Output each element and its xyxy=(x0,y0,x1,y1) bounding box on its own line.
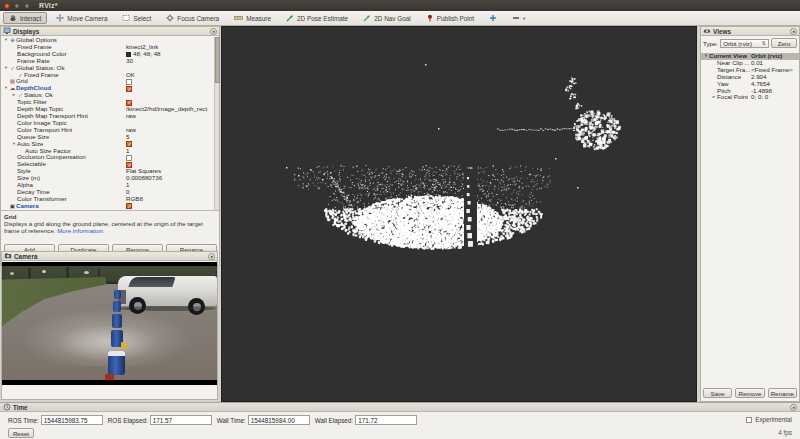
property-row[interactable]: ▾⊕Global Options xyxy=(1,37,214,44)
enabled-checkbox[interactable] xyxy=(126,155,132,161)
spinner-icon: ⇅ xyxy=(762,40,766,46)
property-row[interactable]: Occlusion Compensation xyxy=(1,154,214,161)
property-row[interactable]: Queue Size5 xyxy=(1,134,214,141)
value-text: 48; 48; 48 xyxy=(133,51,161,58)
property-row[interactable]: Fixed Framekinect2_link xyxy=(1,44,214,51)
experimental-checkbox[interactable] xyxy=(746,417,752,423)
scrollbar-thumb[interactable] xyxy=(215,37,220,83)
property-row[interactable]: Decay Time0 xyxy=(1,189,214,196)
tool-2d-pose-estimate[interactable]: 2D Pose Estimate xyxy=(280,12,354,24)
hand-icon xyxy=(9,14,17,22)
property-row[interactable]: Color TransformerRGB8 xyxy=(1,196,214,203)
displays-panel-header[interactable]: Displays ● xyxy=(1,27,219,36)
property-value: 0.000880736 xyxy=(126,175,162,182)
property-row[interactable]: StyleFlat Squares xyxy=(1,168,214,175)
remove-view-button[interactable]: Remove xyxy=(735,388,764,398)
property-row[interactable]: Target Fra...<Fixed Frame> xyxy=(701,67,799,74)
panel-float-button[interactable]: ● xyxy=(208,253,215,260)
pointcloud-canvas[interactable] xyxy=(222,27,696,401)
check-icon: ✓ xyxy=(9,65,16,72)
rename-view-button[interactable]: Rename xyxy=(768,388,797,398)
property-row[interactable]: ▦Grid xyxy=(1,78,214,85)
wall-time-label: Wall Time: xyxy=(217,417,246,424)
rviz-window: RViz* Interact Move Camera Select Focus … xyxy=(0,0,800,439)
property-row[interactable]: Size (m)0.000880736 xyxy=(1,175,214,182)
enabled-checkbox[interactable] xyxy=(126,203,132,209)
type-label: Type: xyxy=(703,40,718,47)
property-value[interactable] xyxy=(126,155,132,161)
reset-button[interactable]: Reset xyxy=(8,428,34,438)
property-row[interactable]: ✓Fixed FrameOK xyxy=(1,72,214,79)
value-text: raw xyxy=(126,113,136,120)
property-label: Size (m) xyxy=(17,175,40,182)
zero-button[interactable]: Zero xyxy=(771,38,797,48)
time-panel-header[interactable]: Time ● xyxy=(0,403,800,412)
property-value: 5 xyxy=(126,134,129,141)
wall-elapsed-input[interactable]: 171.72 xyxy=(355,415,417,425)
property-row[interactable]: ▾Auto Size xyxy=(1,141,214,148)
ros-elapsed-input[interactable]: 171.57 xyxy=(150,415,212,425)
views-panel: Views ● Type: Orbit (rviz) ⇅ Zero ▾Curre… xyxy=(700,26,800,402)
property-row[interactable]: Color Transport Hintraw xyxy=(1,127,214,134)
views-panel-header[interactable]: Views ● xyxy=(701,27,799,36)
panel-float-button[interactable]: ● xyxy=(210,28,217,35)
tool-publish-point[interactable]: Publish Point xyxy=(420,12,480,24)
panel-float-button[interactable]: ● xyxy=(790,28,797,35)
property-row[interactable]: ▸✓Status: Ok xyxy=(1,92,214,99)
property-value[interactable] xyxy=(126,86,132,92)
ros-time-input[interactable]: 1544815983.75 xyxy=(41,415,103,425)
property-value[interactable] xyxy=(126,79,132,85)
window-close-button[interactable] xyxy=(4,3,10,9)
camera-panel-header[interactable]: Camera ● xyxy=(2,252,217,261)
property-row[interactable]: Depth Map Topic/kinect2/hd/image_depth_r… xyxy=(1,106,214,113)
window-maximize-button[interactable] xyxy=(24,3,30,9)
displays-scrollbar[interactable] xyxy=(214,37,219,210)
value-text: 0; 0; 0 xyxy=(751,94,768,101)
view-type-select[interactable]: Orbit (rviz) ⇅ xyxy=(720,39,769,48)
sky-gap xyxy=(42,270,46,273)
enabled-checkbox[interactable] xyxy=(126,79,132,85)
remove-tool-button[interactable]: ▾ xyxy=(506,12,531,24)
property-label: Color Transformer xyxy=(17,196,67,203)
property-value[interactable] xyxy=(126,203,132,209)
tool-2d-nav-goal[interactable]: 2D Nav Goal xyxy=(357,12,417,24)
property-row[interactable]: Selectable xyxy=(1,161,214,168)
tool-interact[interactable]: Interact xyxy=(3,12,47,24)
enabled-checkbox[interactable] xyxy=(126,86,132,92)
tool-move-camera[interactable]: Move Camera xyxy=(50,12,113,24)
property-row[interactable]: ▾✓Global Status: Ok xyxy=(1,65,214,72)
property-row[interactable]: Frame Rate30 xyxy=(1,58,214,65)
property-row[interactable]: Auto Size Factor1 xyxy=(1,148,214,155)
views-panel-icon xyxy=(703,27,711,35)
property-row[interactable]: Color Image Topic xyxy=(1,120,214,127)
property-row[interactable]: ▾☁DepthCloud xyxy=(1,85,214,92)
tool-select[interactable]: Select xyxy=(116,12,157,24)
camera-icon: ▣ xyxy=(9,203,16,210)
crosshair-icon xyxy=(166,14,174,22)
titlebar: RViz* xyxy=(0,0,800,11)
property-row[interactable]: ▣Camera xyxy=(1,203,214,210)
wall-time-input[interactable]: 1544815984.00 xyxy=(248,415,310,425)
property-row[interactable]: Depth Map Transport Hintraw xyxy=(1,113,214,120)
property-row[interactable]: Alpha1 xyxy=(1,182,214,189)
property-row[interactable]: ▾Current ViewOrbit (rviz) xyxy=(701,53,799,60)
window-minimize-button[interactable] xyxy=(14,3,20,9)
can-2 xyxy=(113,301,121,312)
tool-focus-camera[interactable]: Focus Camera xyxy=(160,12,225,24)
save-view-button[interactable]: Save xyxy=(703,388,732,398)
tool-measure[interactable]: Measure xyxy=(228,12,277,24)
property-row[interactable]: Pitch-1.4898 xyxy=(701,88,799,95)
property-row[interactable]: Yaw4.7654 xyxy=(701,81,799,88)
property-row[interactable]: Distance2.904 xyxy=(701,74,799,81)
property-row[interactable]: ▸Focal Point0; 0; 0 xyxy=(701,94,799,101)
can-1 xyxy=(114,290,121,299)
more-information-link[interactable]: More information. xyxy=(57,227,104,234)
panel-float-button[interactable]: ● xyxy=(790,404,797,411)
add-tool-button[interactable] xyxy=(483,12,503,24)
property-label: Target Fra... xyxy=(717,67,750,74)
property-row[interactable]: Background Color48; 48; 48 xyxy=(1,51,214,58)
time-panel: Time ● ROS Time: 1544815983.75 ROS Elaps… xyxy=(0,402,800,439)
value-text: 1 xyxy=(126,148,129,155)
property-label: Color Image Topic xyxy=(17,120,67,127)
render-view[interactable] xyxy=(221,26,697,402)
